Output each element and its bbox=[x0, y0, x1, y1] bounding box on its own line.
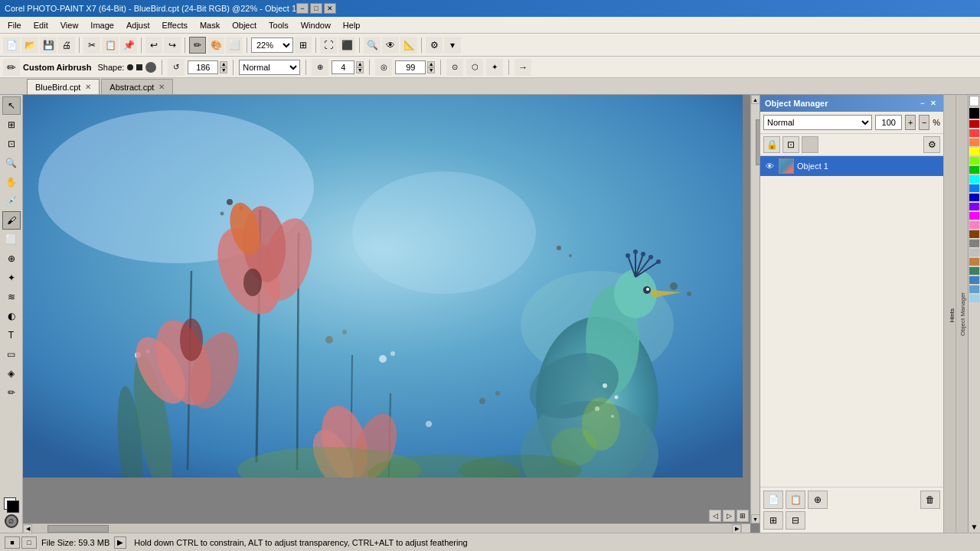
view-mask-button[interactable]: 👁 bbox=[382, 37, 399, 54]
bright-red-swatch[interactable] bbox=[969, 129, 979, 137]
tool-select[interactable]: ↖ bbox=[2, 96, 21, 115]
nib-size-down[interactable]: ▼ bbox=[356, 67, 364, 73]
horizontal-scrollbar[interactable]: ◀ ▶ bbox=[23, 523, 750, 533]
scroll-thumb-h[interactable] bbox=[47, 525, 109, 533]
tab-bluebird-close[interactable]: ✕ bbox=[85, 83, 91, 91]
scroll-track-h[interactable] bbox=[32, 525, 732, 533]
duplicate-btn[interactable]: ⊕ bbox=[808, 491, 828, 509]
magenta-swatch[interactable] bbox=[969, 212, 979, 220]
save-button[interactable]: 💾 bbox=[40, 37, 57, 54]
navigator-button[interactable]: 🔍 bbox=[364, 37, 381, 54]
options-button[interactable]: ⚙ bbox=[426, 37, 443, 54]
scroll-left-arrow[interactable]: ◀ bbox=[23, 524, 32, 533]
menu-effects[interactable]: Effects bbox=[156, 19, 194, 31]
menu-window[interactable]: Window bbox=[295, 19, 337, 31]
tool-transform[interactable]: ⊞ bbox=[2, 116, 21, 134]
rulers-button[interactable]: 📐 bbox=[400, 37, 417, 54]
copy-button[interactable]: 📋 bbox=[102, 37, 119, 54]
nib-size-up[interactable]: ▲ bbox=[356, 61, 364, 67]
canvas-zoom-fit-btn[interactable]: ⊞ bbox=[737, 510, 749, 522]
canvas-shrink-btn[interactable]: ◁ bbox=[709, 510, 721, 522]
brush-more-btn[interactable]: → bbox=[514, 59, 531, 76]
blue-swatch[interactable] bbox=[969, 184, 979, 192]
obj-properties-btn[interactable]: ⚙ bbox=[923, 136, 940, 153]
menu-adjust[interactable]: Adjust bbox=[120, 19, 156, 31]
tool-eyedropper[interactable]: 💉 bbox=[2, 192, 21, 210]
tool-crop[interactable]: ⊡ bbox=[2, 135, 21, 153]
lock-transparency-btn[interactable]: ⊡ bbox=[782, 136, 799, 153]
view-full-button[interactable]: ⛶ bbox=[320, 37, 337, 54]
shape-square-option[interactable] bbox=[136, 64, 142, 70]
tab-bluebird[interactable]: BlueBird.cpt ✕ bbox=[27, 79, 100, 94]
canvas-expand-btn[interactable]: ▷ bbox=[723, 510, 735, 522]
menu-edit[interactable]: Edit bbox=[28, 19, 54, 31]
object-manager-side-tab[interactable]: Object Manager bbox=[956, 95, 968, 533]
scroll-up-arrow[interactable]: ▲ bbox=[751, 95, 760, 104]
no-color-btn[interactable]: ∅ bbox=[5, 514, 18, 528]
scroll-thumb-v[interactable] bbox=[756, 119, 760, 165]
light-blue-swatch[interactable] bbox=[969, 295, 979, 302]
opacity-decrease-btn[interactable]: − bbox=[919, 115, 929, 130]
undo-button[interactable]: ↩ bbox=[145, 37, 162, 54]
paste-button[interactable]: 📌 bbox=[120, 37, 137, 54]
tool-fill[interactable]: ◈ bbox=[2, 364, 21, 383]
open-button[interactable]: 📂 bbox=[21, 37, 38, 54]
zoom-fit-button[interactable]: ⊞ bbox=[295, 37, 312, 54]
merge-btn[interactable] bbox=[802, 136, 818, 153]
tool-effect[interactable]: ✦ bbox=[2, 269, 21, 287]
dark-blue-swatch[interactable] bbox=[969, 194, 979, 201]
tan-swatch[interactable] bbox=[969, 258, 979, 266]
break-apart-btn[interactable]: ⊟ bbox=[786, 511, 805, 530]
tool-eraser[interactable]: ⬜ bbox=[2, 230, 21, 249]
color-swatches[interactable] bbox=[4, 497, 19, 513]
pink-swatch[interactable] bbox=[969, 221, 979, 229]
tool-paint[interactable]: 🖌 bbox=[2, 211, 21, 230]
tool-clone[interactable]: ⊕ bbox=[2, 249, 21, 268]
delete-object-btn[interactable]: 🗑 bbox=[920, 491, 940, 509]
panel-minimize-btn[interactable]: − bbox=[917, 98, 928, 109]
hints-side-tab[interactable]: Hints bbox=[943, 95, 956, 533]
maximize-button[interactable]: □ bbox=[310, 3, 322, 14]
sky-blue-swatch[interactable] bbox=[969, 285, 979, 293]
status-fg-color[interactable]: ■ bbox=[5, 536, 20, 549]
cyan-swatch[interactable] bbox=[969, 175, 979, 183]
menu-object[interactable]: Object bbox=[226, 19, 263, 31]
opacity-increase-btn[interactable]: + bbox=[905, 115, 916, 130]
object-visibility-eye[interactable]: 👁 bbox=[763, 160, 776, 172]
menu-file[interactable]: File bbox=[2, 19, 28, 31]
brush-texture-btn[interactable]: ⬡ bbox=[466, 59, 483, 76]
new-layer-btn[interactable]: 📋 bbox=[786, 491, 805, 509]
brush-size-up[interactable]: ▲ bbox=[220, 61, 227, 67]
panel-close-btn[interactable]: ✕ bbox=[928, 98, 939, 109]
tool-zoom[interactable]: 🔍 bbox=[2, 154, 21, 172]
teal-swatch[interactable] bbox=[969, 267, 979, 275]
brown-swatch[interactable] bbox=[969, 230, 979, 238]
cut-button[interactable]: ✂ bbox=[83, 37, 100, 54]
brush-size-input[interactable]: 186 bbox=[188, 60, 218, 74]
shape-circle-option[interactable] bbox=[145, 62, 156, 73]
steel-blue-swatch[interactable] bbox=[969, 276, 979, 284]
menu-help[interactable]: Help bbox=[337, 19, 367, 31]
airbrush-toggle[interactable]: ✏ bbox=[189, 37, 206, 54]
brush-dynamics-btn[interactable]: ⊙ bbox=[446, 59, 463, 76]
scroll-down-arrow[interactable]: ▼ bbox=[751, 514, 760, 523]
brush-mode-select[interactable]: Normal Multiply Screen Overlay bbox=[239, 60, 300, 75]
menu-mask[interactable]: Mask bbox=[194, 19, 226, 31]
tool-text[interactable]: T bbox=[2, 326, 21, 344]
blend-mode-select[interactable]: Normal Multiply Screen Overlay Soft Ligh… bbox=[763, 115, 872, 130]
red-swatch[interactable] bbox=[969, 120, 979, 128]
opacity-up[interactable]: ▲ bbox=[427, 61, 435, 67]
print-button[interactable]: 🖨 bbox=[58, 37, 75, 54]
object-row-1[interactable]: 👁 Object 1 bbox=[760, 156, 943, 176]
silver-swatch[interactable] bbox=[969, 249, 979, 256]
status-bg-color[interactable]: □ bbox=[21, 536, 37, 549]
scroll-right-arrow[interactable]: ▶ bbox=[732, 524, 741, 533]
tool-path[interactable]: ✏ bbox=[2, 383, 21, 402]
combine-btn[interactable]: ⊞ bbox=[763, 511, 783, 530]
white-swatch[interactable] bbox=[969, 96, 979, 106]
tab-abstract[interactable]: Abstract.cpt ✕ bbox=[101, 79, 173, 94]
tool-rectangle[interactable]: ▭ bbox=[2, 345, 21, 364]
lock-object-btn[interactable]: 🔒 bbox=[763, 136, 780, 153]
tab-abstract-close[interactable]: ✕ bbox=[158, 83, 165, 91]
brush-size-down[interactable]: ▼ bbox=[220, 67, 227, 73]
